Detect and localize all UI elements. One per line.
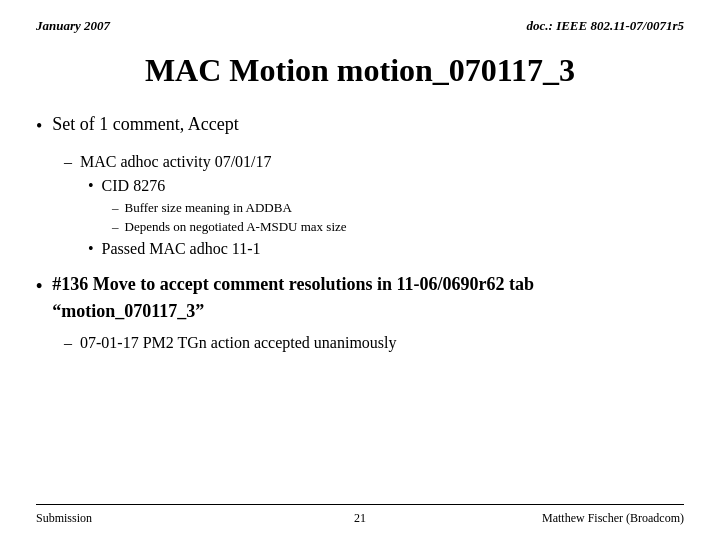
sub-sub-dash-1-text: Buffer size meaning in ADDBA: [125, 198, 292, 218]
bullet-2: • #136 Move to accept comment resolution…: [36, 271, 684, 325]
sub-dash-1: – MAC adhoc activity 07/01/17: [64, 150, 684, 174]
sub-bullet-cid-text: CID 8276: [102, 174, 166, 198]
sub-sub-dash-1: – Buffer size meaning in ADDBA: [112, 198, 684, 218]
dot-passed: •: [88, 237, 94, 261]
sub-bullet-passed-text: Passed MAC adhoc 11-1: [102, 237, 261, 261]
sub-sub-dash-1-symbol: –: [112, 198, 119, 218]
footer-right: Matthew Fischer (Broadcom): [542, 511, 684, 526]
header-date: January 2007: [36, 18, 110, 34]
sub-bullet-cid: • CID 8276: [88, 174, 684, 198]
sub-dash-1-text: MAC adhoc activity 07/01/17: [80, 150, 272, 174]
sub-dash-2-text: 07-01-17 PM2 TGn action accepted unanimo…: [80, 331, 397, 355]
header: January 2007 doc.: IEEE 802.11-07/0071r5: [36, 18, 684, 34]
bullet-symbol-1: •: [36, 113, 42, 140]
dash-2: –: [64, 331, 72, 355]
dash-1: –: [64, 150, 72, 174]
bullet-1: • Set of 1 comment, Accept: [36, 111, 684, 140]
dot-cid: •: [88, 174, 94, 198]
bullet-2-text: #136 Move to accept comment resolutions …: [52, 271, 684, 325]
sub-dash-2: – 07-01-17 PM2 TGn action accepted unani…: [64, 331, 684, 355]
sub-sub-dash-2-text: Depends on negotiated A-MSDU max size: [125, 217, 347, 237]
sub-sub-dash-2-symbol: –: [112, 217, 119, 237]
footer-left: Submission: [36, 511, 92, 526]
footer-center: 21: [354, 511, 366, 526]
bullet-symbol-2: •: [36, 273, 42, 300]
sub-bullet-passed: • Passed MAC adhoc 11-1: [88, 237, 684, 261]
header-doc: doc.: IEEE 802.11-07/0071r5: [527, 18, 684, 34]
slide-content: • Set of 1 comment, Accept – MAC adhoc a…: [36, 111, 684, 504]
bullet-1-text: Set of 1 comment, Accept: [52, 111, 238, 138]
slide: January 2007 doc.: IEEE 802.11-07/0071r5…: [0, 0, 720, 540]
slide-title: MAC Motion motion_070117_3: [36, 52, 684, 89]
sub-sub-dash-2: – Depends on negotiated A-MSDU max size: [112, 217, 684, 237]
